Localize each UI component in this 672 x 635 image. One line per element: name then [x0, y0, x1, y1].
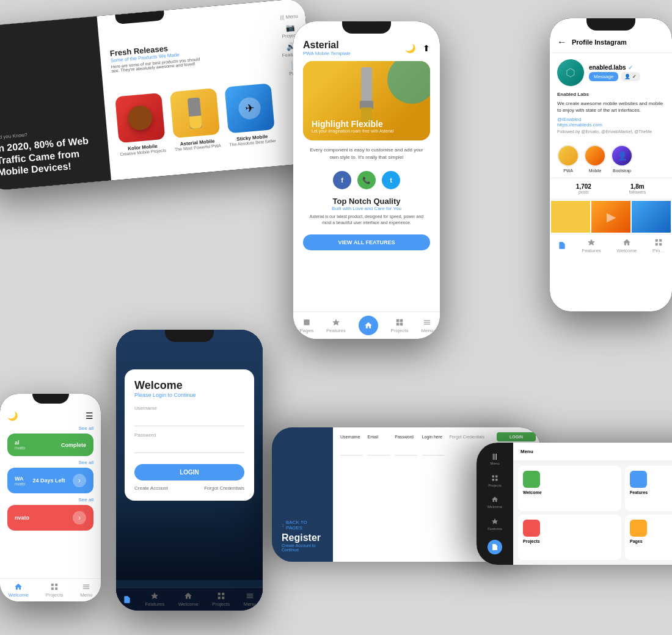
- reg-username-input[interactable]: [340, 441, 363, 455]
- menu-sidebar-lines[interactable]: ||| Menu: [490, 453, 499, 465]
- bl-arrow-2[interactable]: ›: [73, 474, 86, 487]
- asterial-cta-btn[interactable]: VIEW ALL FEATURES: [303, 234, 430, 250]
- asterial-desc: Every component is easy to customise and…: [293, 140, 440, 167]
- asterial-social: f 📞 t: [293, 171, 440, 189]
- profile-nav-welcome[interactable]: Welcome: [616, 238, 637, 253]
- menu-card-1[interactable]: Welcome: [518, 466, 621, 511]
- profile-nav-doc[interactable]: [558, 241, 566, 250]
- stat-posts-label: posts: [576, 190, 591, 194]
- share-icon[interactable]: ⬆: [423, 43, 430, 53]
- svg-rect-10: [655, 239, 657, 241]
- brush-handle: [361, 67, 372, 104]
- highlight-label-pwa: PWA: [563, 169, 573, 173]
- email-field-label: Email: [368, 435, 390, 439]
- asterial-brand-name: Asterial: [303, 40, 351, 51]
- twitter-btn[interactable]: t: [382, 171, 400, 189]
- reg-login-input[interactable]: [422, 441, 445, 455]
- reg-email-input[interactable]: [368, 441, 390, 455]
- menu-card-3[interactable]: Projects: [518, 515, 621, 560]
- highlight-label-bootstrap: Bootstrap: [613, 169, 631, 173]
- bl-arrow-3[interactable]: ›: [73, 511, 86, 524]
- bl-nav-welcome[interactable]: Welcome: [9, 582, 29, 598]
- reg-back-btn[interactable]: ↓ BACK TO PAGES: [282, 520, 323, 531]
- nav-projects[interactable]: Projects: [391, 318, 409, 333]
- forgot-credentials-link[interactable]: Forgot Credentials: [204, 485, 244, 491]
- profile-nav-features[interactable]: Features: [582, 238, 601, 253]
- nav-features[interactable]: Features: [326, 318, 346, 333]
- bl-nav-welcome-label: Welcome: [9, 592, 29, 598]
- username-input[interactable]: [134, 412, 244, 426]
- bl-see-all-3[interactable]: See all: [7, 497, 93, 503]
- password-input[interactable]: [134, 439, 244, 453]
- reg-field-username: Username: [340, 435, 363, 455]
- menu-sidebar-projects[interactable]: Projects: [488, 474, 502, 487]
- highlight-pwa[interactable]: PWA: [557, 145, 579, 173]
- phone-btn[interactable]: 📞: [357, 171, 376, 189]
- sidebar-home-circle: [488, 540, 502, 554]
- grid-item-3[interactable]: [632, 201, 671, 233]
- tl-title: In 2020, 80% of Web Traffic Came from Mo…: [0, 134, 100, 178]
- grid-item-1[interactable]: [551, 201, 590, 233]
- bl-see-all-1[interactable]: See all: [7, 426, 93, 431]
- profile-website[interactable]: https://enableds.com: [557, 122, 665, 128]
- reg-password-input[interactable]: [395, 441, 417, 455]
- menu-sidebar-welcome[interactable]: Welcome: [488, 496, 503, 509]
- menu-card-4[interactable]: Pages: [625, 515, 672, 560]
- profile-back-btn[interactable]: ←: [557, 37, 567, 48]
- bl-nav-projects[interactable]: Projects: [46, 582, 64, 598]
- login-btn[interactable]: LOGIN: [134, 464, 244, 481]
- bl-card-info-1: al nvato: [15, 440, 25, 450]
- menu-card-label-4: Pages: [630, 539, 672, 543]
- highlight-mobile[interactable]: Mobile: [584, 145, 606, 173]
- phone-login: ← BACK TO PAGES 🌙 ☰ Welcome Please Login…: [116, 330, 263, 611]
- sidebar-welcome-label: Welcome: [488, 505, 503, 509]
- svg-rect-16: [51, 587, 54, 590]
- moon-icon-bl[interactable]: 🌙: [7, 411, 18, 421]
- avatar-img: ⬡: [557, 59, 584, 86]
- profile-handle[interactable]: @iEnabled: [557, 117, 665, 122]
- verified-icon: ✓: [628, 64, 633, 71]
- home-active-circle: [359, 316, 378, 335]
- tl-card-asterial[interactable]: Asterial Mobile The Most Powerful PWA: [169, 88, 222, 152]
- menu-card-2[interactable]: Features: [625, 466, 672, 511]
- create-account-link[interactable]: Create Account: [134, 485, 168, 491]
- menu-icon-bl[interactable]: ☰: [86, 411, 93, 421]
- reg-forgot-label[interactable]: Forgot Credentials: [449, 435, 484, 439]
- tl-card-sticky[interactable]: ✈ Sticky Mobile The Absolute Best Seller: [223, 83, 277, 147]
- menu-sidebar-home[interactable]: [488, 540, 502, 554]
- bl-nav-menu[interactable]: Menu: [80, 582, 92, 598]
- bl-card-red[interactable]: nvato ›: [7, 505, 93, 531]
- bl-card-name-3: nvato: [15, 515, 29, 521]
- asterial-brand-block: Asterial PWA Mobile Template: [303, 40, 351, 56]
- facebook-btn[interactable]: f: [333, 171, 351, 189]
- reg-login-btn[interactable]: LOGIN: [497, 432, 536, 441]
- nav-menu[interactable]: Menu: [421, 318, 433, 333]
- nav-home[interactable]: [359, 316, 378, 335]
- bl-see-all-2[interactable]: See all: [7, 460, 93, 465]
- menu-card-icon-2: [630, 471, 647, 488]
- login-nav-welcome[interactable]: Welcome: [178, 592, 199, 607]
- svg-rect-11: [659, 239, 662, 241]
- follow-btn[interactable]: 👤 ✓: [621, 72, 640, 81]
- profile-nav-pro[interactable]: Pro...: [652, 238, 664, 253]
- login-nav-doc[interactable]: [123, 595, 131, 604]
- profile-user-row: ⬡ enabled.labs ✓ Message 👤 ✓: [557, 59, 665, 86]
- grid-item-2[interactable]: ▶: [591, 201, 630, 233]
- bl-card-green[interactable]: al nvato Complete: [7, 434, 93, 456]
- moon-icon[interactable]: 🌙: [405, 43, 415, 53]
- message-btn[interactable]: Message: [589, 72, 618, 81]
- login-nav-features[interactable]: Features: [145, 592, 165, 607]
- nav-pages[interactable]: Pages: [299, 318, 313, 333]
- menu-sidebar-features[interactable]: Features: [488, 518, 502, 531]
- bl-card-source-2: nvato: [15, 482, 25, 486]
- reg-forgot-col: Forgot Credentials: [449, 435, 484, 439]
- profile-avatar: ⬡: [557, 59, 584, 86]
- bl-nav-projects-label: Projects: [46, 592, 64, 598]
- profile-name-block: enabled.labs ✓ Message 👤 ✓: [589, 64, 640, 81]
- login-nav-projects[interactable]: Projects: [212, 592, 230, 607]
- tl-menu[interactable]: ||| Menu: [280, 13, 298, 21]
- tl-card-kolor[interactable]: Kolor Mobile Creative Mobile Projects: [114, 93, 167, 157]
- highlight-bootstrap[interactable]: 👤 Bootstrap: [611, 145, 633, 173]
- login-nav-menu[interactable]: Menu: [244, 592, 256, 607]
- bl-card-blue[interactable]: WA nvato 24 Days Left ›: [7, 468, 93, 493]
